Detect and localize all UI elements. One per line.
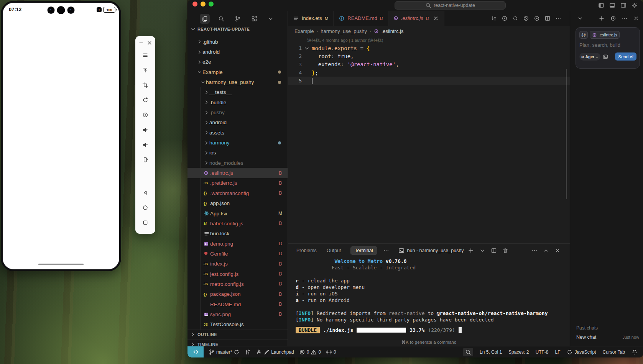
editor-scrollbar[interactable] <box>566 69 567 199</box>
extensions-icon[interactable] <box>249 14 259 24</box>
phone-mirror-window[interactable]: 07:12 ! 100 <box>1 1 121 271</box>
tree-item-testconsole-js[interactable]: JSTestConsole.js <box>187 320 288 330</box>
new-terminal-icon[interactable] <box>468 248 474 254</box>
crop-icon[interactable] <box>142 77 148 92</box>
code-line-2[interactable]: 2 root: true, <box>288 52 570 60</box>
window-controls[interactable] <box>192 2 214 7</box>
nav-forward-icon[interactable] <box>523 15 529 21</box>
terminal-dropdown-icon[interactable] <box>479 248 485 254</box>
split-terminal-icon[interactable] <box>491 248 497 254</box>
nav-home-icon[interactable] <box>142 200 148 215</box>
tab-output[interactable]: Output <box>327 248 341 253</box>
chat-history-icon[interactable] <box>610 15 616 21</box>
tree-item-android[interactable]: android <box>187 47 288 57</box>
record-icon[interactable] <box>142 107 148 122</box>
notifications-bell-icon[interactable] <box>631 349 638 355</box>
volume-down-icon[interactable] <box>142 137 148 152</box>
tab-index-ets[interactable]: Index.ets M <box>288 11 334 26</box>
source-control-icon[interactable] <box>233 14 243 24</box>
minimize-icon[interactable] <box>138 40 144 46</box>
cursor-position-status[interactable]: Ln 5, Col 1 <box>480 349 502 355</box>
explorer-root-header[interactable]: REACT-NATIVE-UPDATE <box>187 25 288 34</box>
tree-item--github[interactable]: .github <box>187 37 288 47</box>
chat-list-item[interactable]: New chat Just now <box>576 334 639 340</box>
more-views-chevron-icon[interactable] <box>266 14 276 24</box>
tree-item-index-js[interactable]: JSindex.jsD <box>187 259 288 269</box>
explorer-view-icon[interactable] <box>200 14 210 24</box>
more-actions-icon[interactable] <box>555 15 561 21</box>
tree-item--prettierrc-js[interactable]: JS.prettierrc.jsD <box>187 178 288 188</box>
mirror-toolbar[interactable] <box>135 36 155 234</box>
chevron-down-icon[interactable] <box>577 15 583 21</box>
nav-recents-icon[interactable] <box>142 215 148 230</box>
tree-item-node-modules[interactable]: node_modules <box>187 158 288 168</box>
tree-item-demo-png[interactable]: demo.pngD <box>187 239 288 249</box>
tab-eslintrc-js[interactable]: .eslintrc.js D <box>388 11 444 26</box>
tree-item-package-json[interactable]: {}package.jsonD <box>187 289 288 299</box>
tree-item-e2e[interactable]: e2e <box>187 57 288 67</box>
code-editor[interactable]: 波仔糕, 4 months ago | 1 author (波仔糕) 1modu… <box>288 36 570 243</box>
add-context-button[interactable]: @ <box>579 31 588 39</box>
tree-item-jest-config-js[interactable]: JSjest.config.jsD <box>187 269 288 279</box>
rotate-icon[interactable] <box>142 92 148 107</box>
more-panel-tabs-icon[interactable] <box>383 248 389 254</box>
code-line-1[interactable]: 1module.exports = { <box>288 44 570 52</box>
tree-item-assets[interactable]: assets <box>187 128 288 138</box>
toggle-sidebar-icon[interactable] <box>598 2 604 8</box>
maximize-window-button[interactable] <box>209 2 214 7</box>
run-file-icon[interactable] <box>534 15 540 21</box>
nav-back-icon[interactable] <box>142 185 148 200</box>
command-center-search[interactable]: react-native-update <box>395 1 506 10</box>
close-icon[interactable] <box>146 40 153 46</box>
tab-readme-md[interactable]: README.md D <box>334 11 388 26</box>
agent-mode-selector[interactable]: ∞Agent⌄ <box>579 53 600 61</box>
editor-actions[interactable] <box>491 11 570 26</box>
tree-item--eslintrc-js[interactable]: .eslintrc.jsD <box>187 168 288 178</box>
menu-icon[interactable] <box>142 48 148 62</box>
tree-item-bun-lock[interactable]: bun.lock <box>187 229 288 239</box>
nav-dot-icon[interactable] <box>512 15 518 21</box>
tree-item-babel-config-js[interactable]: Bbabel.config.jsD <box>187 218 288 228</box>
tree-item-android[interactable]: android <box>187 118 288 128</box>
launchpad-button[interactable]: Launchpad <box>256 349 294 355</box>
send-button[interactable]: Send ⏎ <box>615 52 636 61</box>
tree-item-ios[interactable]: ios <box>187 148 288 158</box>
kill-terminal-icon[interactable] <box>502 248 508 254</box>
close-window-button[interactable] <box>192 2 197 7</box>
code-line-5[interactable]: 5 <box>288 77 570 85</box>
tree-item-app-json[interactable]: {}app.json <box>187 198 288 208</box>
close-tab-icon[interactable] <box>433 15 439 21</box>
maximize-panel-icon[interactable] <box>543 248 549 254</box>
nav-back-icon[interactable] <box>502 15 508 21</box>
volume-up-icon[interactable] <box>142 122 148 137</box>
tab-terminal[interactable]: Terminal <box>351 247 377 254</box>
close-chat-icon[interactable] <box>633 15 639 21</box>
split-editor-icon[interactable] <box>544 15 551 21</box>
indentation-status[interactable]: Spaces: 2 <box>508 349 529 355</box>
context-file-chip[interactable]: .eslintrc.js <box>590 31 620 39</box>
tree-item-sync-png[interactable]: sync.pngD <box>187 309 288 319</box>
tree-item-metro-config-js[interactable]: JSmetro.config.jsD <box>187 279 288 289</box>
section-outline[interactable]: OUTLINE <box>187 330 288 339</box>
rotate-device-icon[interactable] <box>142 152 148 167</box>
title-bar[interactable]: react-native-update <box>187 0 643 11</box>
zoom-status-icon[interactable] <box>463 348 473 356</box>
phone-screen[interactable]: 07:12 ! 100 <box>3 3 119 269</box>
tab-problems[interactable]: Problems <box>296 248 317 253</box>
language-status[interactable]: JavaScript <box>567 349 596 355</box>
editor-window[interactable]: react-native-update REACT-NATIVE-UPDATE … <box>187 0 643 357</box>
git-branch-status[interactable]: master* <box>209 349 240 355</box>
tree-item-gemfile[interactable]: GemfileD <box>187 249 288 259</box>
tree-item-harmony[interactable]: harmony <box>187 138 288 148</box>
problems-status[interactable]: 0 0 <box>299 349 321 355</box>
tree-item-example[interactable]: Example <box>187 67 288 77</box>
cursor-tab-status[interactable]: Cursor Tab <box>603 349 625 355</box>
scroll-to-top-icon[interactable] <box>142 62 148 77</box>
tree-item-harmony-use-pushy[interactable]: harmony_use_pushy <box>187 77 288 87</box>
close-panel-icon[interactable] <box>554 248 561 254</box>
code-line-3[interactable]: 3 extends: '@react-native', <box>288 61 570 69</box>
ports-status[interactable]: 0 <box>326 349 336 355</box>
chat-more-icon[interactable] <box>622 15 628 21</box>
chat-input-placeholder[interactable]: Plan, search, build <box>579 42 636 48</box>
terminal-output[interactable]: Welcome to Metro v0.76.8 Fast - Scalable… <box>288 257 570 346</box>
